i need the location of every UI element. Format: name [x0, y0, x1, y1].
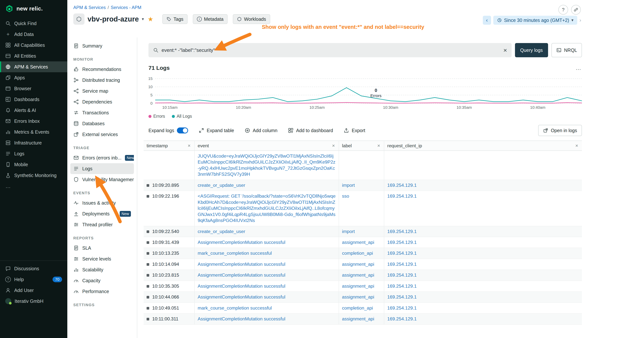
apm-nav-service-levels[interactable]: Service levels [70, 253, 134, 264]
apm-nav-capacity[interactable]: Capacity [70, 275, 134, 286]
label-link[interactable]: assignment_api [342, 240, 374, 245]
event-link[interactable]: AssignmentCompletionMutation successful [198, 316, 285, 321]
sidebar-item-synthetic-monitoring[interactable]: Synthetic Monitoring [0, 170, 67, 181]
label-link[interactable]: import [342, 183, 355, 188]
label-link[interactable]: import [342, 229, 355, 234]
log-row[interactable]: 10:10:13.235mark_course_completion succe… [144, 248, 582, 259]
sidebar-item-apps[interactable]: Apps [0, 72, 67, 83]
more-options-button[interactable]: … [576, 65, 582, 71]
entity-chevron-down-icon[interactable]: ▾ [142, 17, 144, 22]
request-client-ip-link[interactable]: 169.254.129.1 [387, 283, 416, 289]
label-link[interactable]: assignment_api [342, 294, 374, 299]
toggle-on-icon[interactable] [177, 127, 188, 133]
sidebar-item-alerts-ai[interactable]: Alerts & AI [0, 105, 67, 116]
row-marker-icon[interactable] [146, 195, 149, 198]
request-client-ip-link[interactable]: 169.254.129.1 [387, 251, 416, 256]
apm-nav-summary[interactable]: Summary [70, 41, 134, 51]
tags-button[interactable]: Tags [162, 14, 188, 24]
sidebar-item-add-data[interactable]: +Add Data [0, 29, 67, 40]
log-row[interactable]: JUQVU&code=eyJraWQiOiJjcGlY29yZV8wOTl1Mj… [144, 151, 582, 180]
time-picker-button[interactable]: Since 30 minutes ago (GMT+2) ▾ [493, 16, 577, 25]
sidebar-item-all-entities[interactable]: All Entities [0, 51, 67, 61]
apm-nav-dependencies[interactable]: Dependencies [70, 96, 134, 107]
row-marker-icon[interactable] [146, 307, 149, 309]
apm-nav-deployments[interactable]: DeploymentsNew [70, 208, 134, 219]
sidebar-item-add-user[interactable]: Add User [0, 285, 67, 296]
log-row[interactable]: 10:09:22.196<ASGIRequest: GET '/sso/call… [144, 191, 582, 226]
clear-search-icon[interactable]: × [504, 47, 507, 53]
request-client-ip-link[interactable]: 169.254.129.1 [387, 272, 416, 277]
new-relic-logo[interactable]: new relic. [0, 0, 67, 18]
label-link[interactable]: sso [342, 193, 349, 199]
event-link[interactable]: mark_course_completion successful [198, 251, 272, 256]
log-row[interactable]: 10:10:14.094AssignmentCompletionMutation… [144, 259, 582, 270]
help-button[interactable]: ? [558, 5, 568, 15]
time-forward-button[interactable]: › [580, 17, 581, 23]
row-marker-icon[interactable] [146, 230, 149, 233]
request-client-ip-link[interactable]: 169.254.129.1 [387, 262, 416, 267]
remove-column-icon[interactable]: × [187, 143, 191, 149]
metadata-button[interactable]: iMetadata [193, 14, 228, 24]
row-marker-icon[interactable] [146, 296, 149, 298]
apm-nav-vulnerability-management[interactable]: Vulnerability Management [70, 174, 134, 185]
sidebar-item-mobile[interactable]: Mobile [0, 159, 67, 170]
add-column-button[interactable]: Add column [244, 128, 278, 133]
remove-column-icon[interactable]: × [376, 143, 381, 149]
sidebar-item-quick-find[interactable]: Quick Find [0, 18, 67, 29]
log-row[interactable]: 10:10:44.066AssignmentCompletionMutation… [144, 291, 582, 302]
apm-nav-external-services[interactable]: External services [70, 129, 134, 140]
add-to-dashboard-button[interactable]: Add to dashboard [288, 128, 333, 133]
apm-nav-performance[interactable]: Performance [70, 286, 134, 297]
apm-nav-sla[interactable]: SLA [70, 242, 134, 253]
legend-item-all-logs[interactable]: All Logs [172, 114, 192, 119]
remove-column-icon[interactable]: × [331, 143, 336, 149]
log-row[interactable]: 10:09:20.895create_or_update_userimport1… [144, 180, 582, 191]
sidebar-item-help[interactable]: ?Help70 [0, 274, 67, 285]
apm-nav-service-map[interactable]: Service map [70, 86, 134, 96]
event-link[interactable]: AssignmentCompletionMutation successful [198, 240, 285, 245]
remove-column-icon[interactable]: × [575, 143, 579, 149]
legend-item-errors[interactable]: Errors [148, 114, 165, 119]
row-marker-icon[interactable] [146, 252, 149, 255]
log-row[interactable]: 10:11:00.311AssignmentCompletionMutation… [144, 313, 582, 324]
request-client-ip-link[interactable]: 169.254.129.1 [387, 305, 416, 310]
open-in-logs-button[interactable]: Open in logs [538, 125, 582, 136]
export-button[interactable]: Export [344, 128, 365, 133]
log-search-input[interactable]: event:* -"label":"security" × [148, 43, 512, 57]
sidebar-item-iterativ-gmbh[interactable]: Iterativ GmbH [0, 296, 67, 306]
request-client-ip-link[interactable]: 169.254.129.1 [387, 294, 416, 299]
label-link[interactable]: completion_api [342, 305, 373, 310]
row-marker-icon[interactable] [146, 184, 149, 187]
request-client-ip-link[interactable]: 169.254.129.1 [387, 316, 416, 321]
breadcrumb-link-services-apm[interactable]: Services - APM [111, 5, 141, 10]
log-row[interactable]: 10:09:22.540create_or_update_userimport1… [144, 226, 582, 237]
sidebar-item-errors-inbox[interactable]: Errors Inbox [0, 116, 67, 127]
event-link[interactable]: <ASGIRequest: GET '/sso/callback/?state=… [198, 193, 336, 223]
log-row[interactable]: 10:10:49.051mark_course_completion succe… [144, 303, 582, 313]
row-marker-icon[interactable] [146, 263, 149, 266]
expand-table-button[interactable]: Expand table [198, 128, 234, 133]
expand-logs-toggle[interactable]: Expand logs [148, 127, 188, 133]
workloads-button[interactable]: Workloads [233, 14, 270, 24]
sidebar-item-logs[interactable]: Logs [0, 148, 67, 159]
apm-nav-issues-activity[interactable]: Issues & activity [70, 197, 134, 208]
apm-nav-distributed-tracing[interactable]: Distributed tracing [70, 75, 134, 86]
sidebar-item-discussions[interactable]: Discussions [0, 263, 67, 274]
apm-nav-logs[interactable]: Logs [70, 163, 134, 174]
sidebar-item-more[interactable]: … [0, 181, 67, 192]
favorite-star-icon[interactable]: ★ [148, 15, 153, 23]
sidebar-item-metrics-events[interactable]: Metrics & Events [0, 127, 67, 137]
label-link[interactable]: assignment_api [342, 262, 374, 267]
event-link[interactable]: create_or_update_user [198, 229, 245, 234]
sidebar-item-infrastructure[interactable]: Infrastructure [0, 137, 67, 148]
event-link[interactable]: mark_course_completion successful [198, 305, 272, 310]
event-link[interactable]: AssignmentCompletionMutation successful [198, 262, 285, 267]
apm-nav-transactions[interactable]: Transactions [70, 107, 134, 118]
breadcrumb-link-apm-services[interactable]: APM & Services [73, 5, 106, 10]
apm-nav-errors-errors-inb[interactable]: Errors (errors inb...New [70, 152, 134, 163]
log-row[interactable]: 10:10:35.305AssignmentCompletionMutation… [144, 281, 582, 291]
log-row[interactable]: 10:09:31.439AssignmentCompletionMutation… [144, 237, 582, 248]
row-marker-icon[interactable] [146, 274, 149, 277]
request-client-ip-link[interactable]: 169.254.129.1 [387, 240, 416, 245]
nrql-button[interactable]: NRQL [552, 43, 582, 57]
